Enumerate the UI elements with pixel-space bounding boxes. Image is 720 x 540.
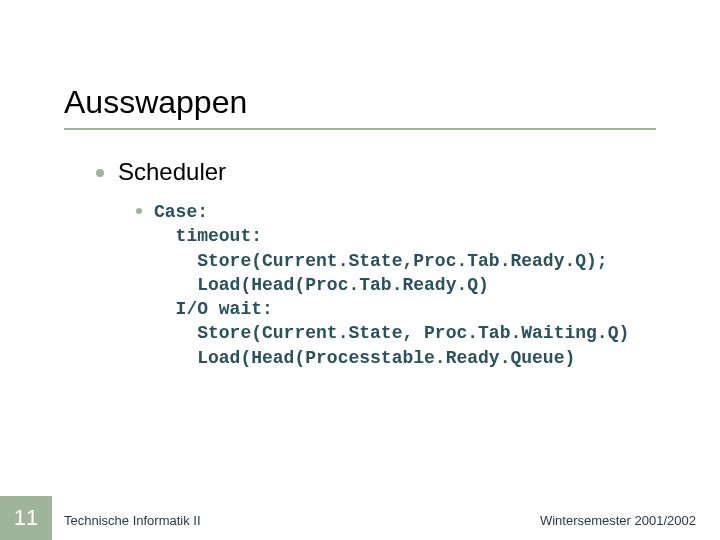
title-underline [64, 128, 656, 130]
code-block: Case: timeout: Store(Current.State,Proc.… [154, 200, 629, 370]
bullet-icon [96, 169, 104, 177]
slide: Ausswappen Scheduler Case: timeout: Stor… [0, 0, 720, 540]
sub-bullet-item: Case: timeout: Store(Current.State,Proc.… [96, 200, 656, 370]
slide-title: Ausswappen [64, 84, 247, 121]
slide-body: Scheduler Case: timeout: Store(Current.S… [96, 158, 656, 370]
page-number: 11 [0, 496, 52, 540]
bullet-label: Scheduler [118, 158, 226, 186]
bullet-icon [136, 208, 142, 214]
footer-left: Technische Informatik II [64, 513, 201, 528]
footer-right: Wintersemester 2001/2002 [540, 513, 696, 528]
bullet-item-scheduler: Scheduler [96, 158, 656, 186]
